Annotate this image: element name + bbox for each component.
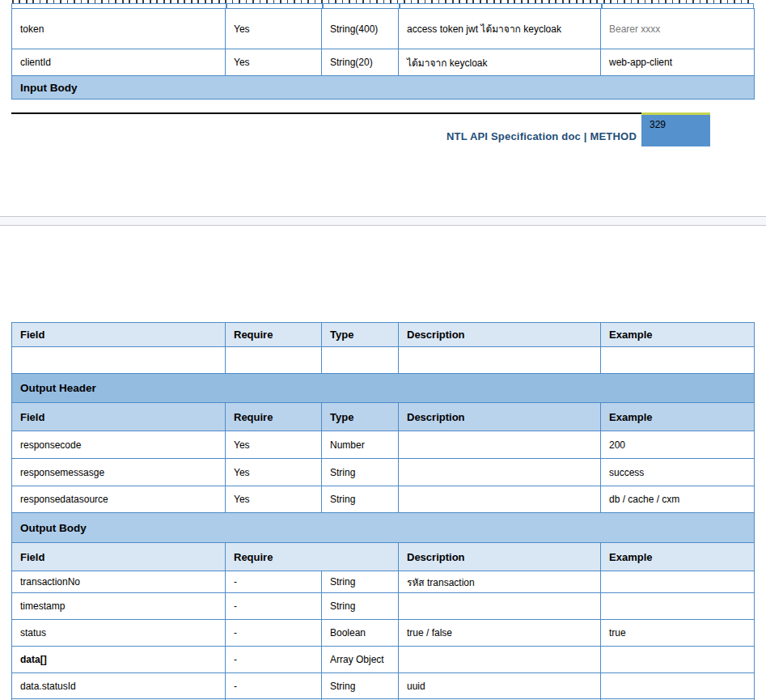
section-row-input-body: Input Body (12, 76, 755, 100)
cell-empty (601, 347, 755, 374)
table-row: transactionNo - String รหัส transaction (12, 571, 755, 593)
footer-document-title: NTL API Specification doc | METHOD (446, 130, 637, 142)
cell-require: Yes (226, 486, 322, 513)
cell-example: 200 (601, 431, 755, 459)
table-row: token Yes String(400) access token jwt ไ… (12, 9, 755, 49)
cell-field: transactionNo (12, 571, 226, 593)
cell-field: responsedatasource (12, 486, 226, 513)
cell-type: Number (322, 431, 399, 459)
cell-require: Yes (226, 459, 322, 486)
header-description: Description (399, 323, 601, 347)
header-example: Example (601, 323, 755, 347)
header-field: Field (12, 543, 226, 571)
table-row: status - Boolean true / false true (12, 620, 755, 647)
section-row-output-body: Output Body (12, 513, 755, 543)
cell-require: - (226, 571, 322, 593)
cell-description: uuid (399, 673, 601, 699)
table-row: responsemessasge Yes String success (12, 459, 755, 486)
header-type: Type (322, 403, 399, 431)
cell-field: data.statusId (12, 673, 226, 699)
cell-example: db / cache / cxm (601, 486, 755, 513)
header-description: Description (399, 543, 601, 571)
header-example: Example (601, 543, 755, 571)
section-label: Output Body (12, 513, 755, 543)
cell-require: Yes (226, 49, 322, 76)
section-label: Output Header (12, 374, 755, 403)
footer-divider-line (11, 112, 641, 114)
cell-require: Yes (226, 431, 322, 459)
cell-type: String(20) (322, 49, 399, 76)
table-row: data.statusId - String uuid (12, 673, 755, 699)
cell-example: Bearer xxxx (601, 9, 755, 49)
cell-field: clientId (12, 49, 226, 76)
cell-example (601, 571, 755, 593)
cell-type: String (322, 571, 399, 593)
page-number: 329 (650, 119, 710, 130)
cell-description (399, 647, 601, 673)
table-header-row: Field Require Type Description Example (12, 403, 755, 431)
cell-require: Yes (226, 9, 322, 49)
cell-field: timestamp (12, 593, 226, 620)
cell-empty (12, 347, 226, 374)
cell-example: success (601, 459, 755, 486)
table-row: responsedatasource Yes String db / cache… (12, 486, 755, 513)
cell-type: String (322, 459, 399, 486)
cell-example: true (601, 620, 755, 647)
cell-description: true / false (399, 620, 601, 647)
header-example: Example (601, 403, 755, 431)
cell-empty (226, 347, 322, 374)
cell-type: String(400) (322, 9, 399, 49)
cell-description (399, 431, 601, 459)
output-spec-table: Field Require Type Description Example O… (11, 322, 755, 700)
cell-example (601, 593, 755, 620)
cell-description: รหัส transaction (399, 571, 601, 593)
cell-empty (399, 347, 601, 374)
header-field: Field (12, 403, 226, 431)
cell-type: String (322, 486, 399, 513)
cell-description: ได้มาจาก keycloak (399, 49, 601, 76)
header-require: Require (226, 403, 322, 431)
cell-description: access token jwt ได้มาจาก keycloak (399, 9, 601, 49)
cell-description (399, 459, 601, 486)
cell-require: - (226, 620, 322, 647)
cell-description (399, 593, 601, 620)
table-row: data[] - Array Object (12, 647, 755, 673)
cell-empty (322, 347, 399, 374)
input-header-spec-table: token Yes String(400) access token jwt ไ… (11, 8, 755, 100)
header-field: Field (12, 323, 226, 347)
header-require: Require (226, 543, 399, 571)
section-label: Input Body (12, 76, 755, 100)
section-row-output-header: Output Header (12, 374, 755, 403)
header-type: Type (322, 323, 399, 347)
empty-row (12, 347, 755, 374)
table-row: responsecode Yes Number 200 (12, 431, 755, 459)
cell-type: Boolean (322, 620, 399, 647)
cell-type: Array Object (322, 647, 399, 673)
table-header-row: Field Require Description Example (12, 543, 755, 571)
cell-require: - (226, 673, 322, 699)
header-description: Description (399, 403, 601, 431)
cell-example (601, 647, 755, 673)
page-number-box: 329 (641, 112, 710, 146)
cell-field: status (12, 620, 226, 647)
page-gap-separator (0, 216, 766, 226)
cell-field: responsecode (12, 431, 226, 459)
cell-field: responsemessasge (12, 459, 226, 486)
cell-description (399, 486, 601, 513)
table-row: clientId Yes String(20) ได้มาจาก keycloa… (12, 49, 755, 76)
cell-require: - (226, 593, 322, 620)
cell-require: - (226, 647, 322, 673)
cell-example (601, 673, 755, 699)
header-require: Require (226, 323, 322, 347)
table-row: timestamp - String (12, 593, 755, 620)
cell-field: token (12, 9, 226, 49)
cell-type: String (322, 673, 399, 699)
cell-type: String (322, 593, 399, 620)
cell-example: web-app-client (601, 49, 755, 76)
table-header-row: Field Require Type Description Example (12, 323, 755, 347)
document-viewport: token Yes String(400) access token jwt ไ… (0, 0, 766, 700)
cell-field: data[] (12, 647, 226, 673)
